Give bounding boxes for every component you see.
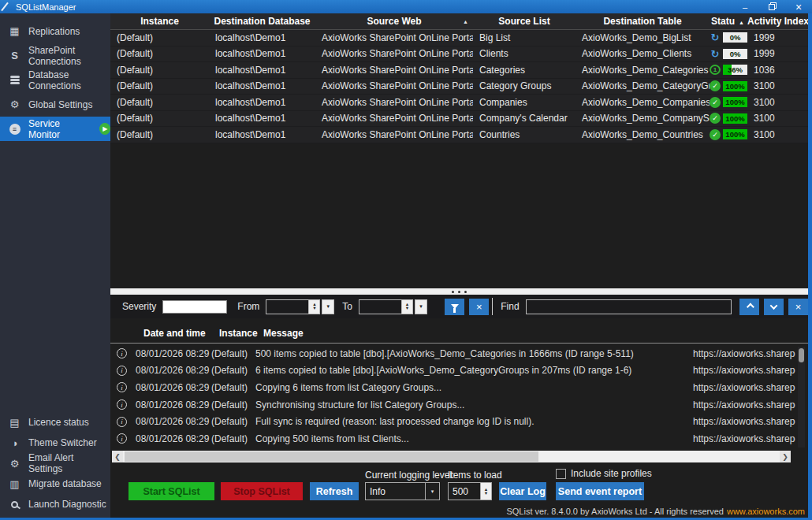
table-row[interactable]: (Default) localhost\Demo1 AxioWorks Shar…: [110, 79, 808, 95]
table-row[interactable]: (Default) localhost\Demo1 AxioWorks Shar…: [110, 62, 808, 79]
log-vertical-scrollbar[interactable]: [798, 347, 805, 448]
calendar-dropdown-icon[interactable]: ▾: [415, 299, 427, 314]
sidebar-item-licence-status[interactable]: ▤ Licence status: [0, 412, 110, 433]
find-previous-button[interactable]: [739, 299, 759, 315]
logging-level-dropdown[interactable]: Info ▾: [365, 482, 440, 500]
column-header-status[interactable]: Statu▲: [710, 16, 747, 27]
column-header-source-web[interactable]: Source Web▲: [315, 16, 473, 27]
column-header-destination-table[interactable]: Destination Table: [575, 16, 710, 27]
column-header-message: Message: [263, 328, 304, 339]
clear-filter-button[interactable]: ×: [469, 299, 489, 315]
table-row[interactable]: (Default) localhost\Demo1 AxioWorks Shar…: [110, 30, 808, 46]
maximize-button[interactable]: [758, 0, 785, 13]
sort-asc-icon: ▲: [463, 19, 468, 24]
panel-splitter[interactable]: [110, 288, 808, 295]
sidebar-item-global-settings[interactable]: ⚙ Global Settings: [0, 92, 110, 117]
bottom-controls: Current logging level: Items to load Inc…: [110, 466, 808, 506]
include-site-profiles-label: Include site profiles: [571, 468, 652, 479]
table-row[interactable]: (Default) localhost\Demo1 AxioWorks Shar…: [110, 127, 808, 143]
maximize-icon: [769, 4, 775, 10]
column-header-source-list[interactable]: Source List: [473, 16, 575, 27]
chevron-down-icon: ▾: [425, 483, 439, 500]
log-horizontal-scrollbar[interactable]: ❮ ❯: [112, 451, 791, 462]
find-next-button[interactable]: [764, 299, 784, 315]
refresh-button[interactable]: Refresh: [310, 482, 359, 500]
include-site-profiles-checkbox[interactable]: [556, 469, 566, 479]
find-input[interactable]: [526, 299, 732, 314]
from-date-input[interactable]: [266, 299, 308, 314]
palette-icon: ◑: [8, 436, 21, 449]
info-icon: i: [117, 399, 127, 410]
table-row[interactable]: (Default) localhost\Demo1 AxioWorks Shar…: [110, 95, 808, 111]
send-event-report-button[interactable]: Send event report: [556, 482, 644, 500]
from-date-picker[interactable]: ▲▼ ▾: [266, 299, 334, 314]
list-item[interactable]: i 08/01/2026 08:29 (Default) Synchronisi…: [110, 396, 808, 414]
database-icon: [8, 74, 21, 87]
sidebar-item-sharepoint-connections[interactable]: S SharePoint Connections: [0, 43, 110, 68]
date-spinner[interactable]: ▲▼: [401, 299, 413, 314]
sidebar-item-migrate-database[interactable]: ▥ Migrate database: [0, 474, 110, 494]
date-spinner[interactable]: ▲▼: [308, 299, 320, 314]
to-label: To: [342, 301, 352, 312]
column-header-destination-database[interactable]: Destination Database: [209, 16, 315, 27]
include-site-profiles-option[interactable]: Include site profiles: [556, 468, 652, 479]
table-row[interactable]: (Default) localhost\Demo1 AxioWorks Shar…: [110, 46, 808, 63]
window-title: SQListManager: [16, 2, 76, 12]
info-icon: i: [117, 417, 127, 427]
gear-icon: ⚙: [8, 457, 21, 470]
clear-log-button[interactable]: Clear Log: [499, 482, 546, 500]
apply-filter-button[interactable]: [445, 299, 464, 315]
column-header-date: Date and time: [143, 328, 219, 339]
scrollbar-thumb[interactable]: [799, 348, 804, 362]
items-to-load-stepper[interactable]: 500 ▲▼: [448, 482, 492, 500]
title-bar: SQListManager – ×: [0, 0, 812, 13]
column-header-activity-index[interactable]: Activity Index: [747, 16, 808, 27]
minimize-button[interactable]: –: [732, 0, 758, 13]
scrollbar-thumb[interactable]: [125, 451, 538, 462]
sidebar-item-launch-diagnostic[interactable]: Launch Diagnostic: [0, 494, 110, 514]
gear-icon: ⚙: [8, 98, 21, 111]
sidebar-item-replications[interactable]: ▦ Replications: [0, 19, 110, 43]
list-item[interactable]: i 08/01/2026 08:29 (Default) 6 items cop…: [110, 362, 808, 380]
sync-status-icon: [710, 48, 721, 59]
check-status-icon: [710, 97, 721, 108]
sidebar-item-theme-switcher[interactable]: ◑ Theme Switcher: [0, 433, 110, 453]
divider: [492, 298, 493, 315]
stepper-arrows[interactable]: ▲▼: [480, 482, 492, 500]
clear-find-button[interactable]: ×: [788, 299, 808, 315]
sidebar-item-database-connections[interactable]: Database Connections: [0, 68, 110, 92]
list-item[interactable]: i 08/01/2026 08:29 (Default) Copying 6 i…: [110, 379, 808, 396]
close-button[interactable]: ×: [785, 0, 812, 13]
column-header-instance[interactable]: Instance: [110, 16, 209, 27]
to-date-input[interactable]: [359, 299, 401, 314]
sidebar-item-email-alert-settings[interactable]: ⚙ Email Alert Settings: [0, 453, 110, 474]
log-table-body: i 08/01/2026 08:29 (Default) 500 items c…: [110, 345, 808, 448]
list-item[interactable]: i 08/01/2026 08:29 (Default) Full sync i…: [110, 413, 808, 430]
scroll-right-icon[interactable]: ❯: [780, 451, 791, 462]
calendar-dropdown-icon[interactable]: ▾: [322, 299, 334, 314]
find-label: Find: [501, 301, 519, 312]
sync-status-icon: [710, 32, 721, 43]
list-item[interactable]: i 08/01/2026 08:29 (Default) Copying 500…: [110, 430, 808, 448]
sidebar-item-service-monitor[interactable]: ≡ Service Monitor ▶: [0, 117, 110, 141]
table-row[interactable]: (Default) localhost\Demo1 AxioWorks Shar…: [110, 111, 808, 128]
sort-asc-icon: ▲: [739, 20, 744, 25]
start-sqlist-button[interactable]: Start SQList: [129, 482, 214, 500]
service-running-play-icon: ▶: [99, 123, 110, 135]
status-bar: SQList ver. 8.4.0.0 by AxioWorks Ltd - A…: [110, 505, 808, 518]
items-to-load-value[interactable]: 500: [448, 482, 480, 500]
axioworks-link[interactable]: www.axioworks.com: [727, 507, 805, 516]
scrollbar-track[interactable]: [123, 451, 780, 462]
main-panel: Instance Destination Database Source Web…: [110, 13, 808, 518]
stop-sqlist-button[interactable]: Stop SQList: [221, 482, 303, 500]
replications-icon: ▦: [8, 25, 21, 38]
severity-label: Severity: [122, 301, 156, 312]
list-item[interactable]: i 08/01/2026 08:29 (Default) 500 items c…: [110, 345, 808, 362]
progress-badge: 100%: [723, 129, 747, 139]
progress-badge: 0%: [723, 32, 747, 43]
from-label: From: [237, 301, 259, 312]
sharepoint-icon: S: [8, 50, 21, 62]
to-date-picker[interactable]: ▲▼ ▾: [359, 299, 427, 314]
severity-input[interactable]: [162, 300, 227, 314]
scroll-left-icon[interactable]: ❮: [112, 451, 123, 462]
